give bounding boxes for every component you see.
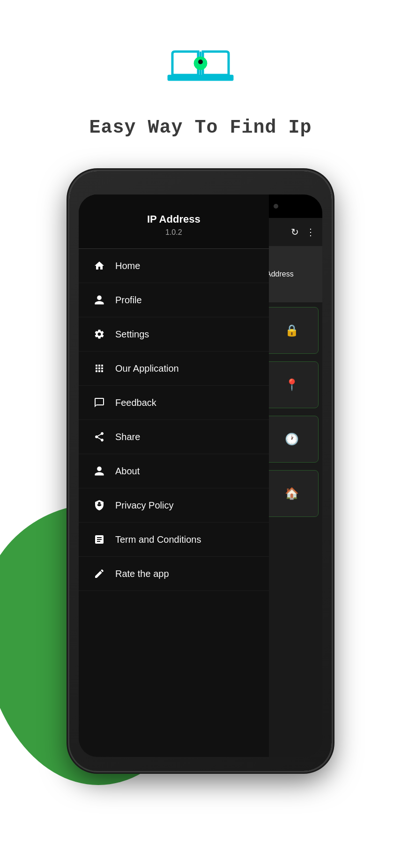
rate-app-label: Rate the app <box>115 569 169 579</box>
app-logo <box>165 40 236 101</box>
our-application-label: Our Application <box>115 363 179 374</box>
drawer-header: IP Address 1.0.2 <box>79 195 269 249</box>
about-label: About <box>115 466 140 477</box>
drawer-item-rate-app[interactable]: Rate the app <box>79 557 269 591</box>
logo-container <box>163 37 238 103</box>
refresh-icon[interactable]: ↻ <box>291 226 299 238</box>
settings-icon <box>93 328 106 341</box>
phone-mockup: ↻ ⋮ Address 🔒 📍 🕐 🏠 <box>69 171 332 771</box>
home-label: Home <box>115 261 140 271</box>
right-card-3: 🕐 <box>265 416 319 463</box>
clock-card-icon: 🕐 <box>285 433 299 446</box>
feedback-icon <box>93 396 106 409</box>
drawer-item-share[interactable]: Share <box>79 420 269 454</box>
drawer-item-feedback[interactable]: Feedback <box>79 386 269 420</box>
ip-address-text: Address <box>266 270 294 278</box>
settings-label: Settings <box>115 329 149 340</box>
right-card-1: 🔒 <box>265 307 319 354</box>
feedback-label: Feedback <box>115 397 156 408</box>
share-label: Share <box>115 432 140 442</box>
building-card-icon: 🏠 <box>285 487 299 500</box>
navigation-drawer: IP Address 1.0.2 Home <box>79 195 269 757</box>
right-card-2: 📍 <box>265 361 319 408</box>
phone-section: ↻ ⋮ Address 🔒 📍 🕐 🏠 <box>0 157 401 785</box>
drawer-app-title: IP Address <box>93 213 255 225</box>
location-card-icon: 📍 <box>285 378 299 391</box>
drawer-version: 1.0.2 <box>93 228 255 237</box>
privacy-policy-icon <box>93 499 106 512</box>
drawer-item-profile[interactable]: Profile <box>79 283 269 317</box>
our-application-icon <box>93 362 106 375</box>
app-tagline: Easy Way To Find Ip <box>89 117 312 138</box>
drawer-item-privacy-policy[interactable]: Privacy Policy <box>79 488 269 523</box>
drawer-item-our-application[interactable]: Our Application <box>79 352 269 386</box>
home-icon <box>93 259 106 272</box>
profile-icon <box>93 293 106 307</box>
drawer-item-terms[interactable]: Term and Conditions <box>79 523 269 557</box>
share-icon <box>93 430 106 443</box>
drawer-item-settings[interactable]: Settings <box>79 317 269 352</box>
lock-card-icon: 🔒 <box>285 324 299 337</box>
phone-screen: ↻ ⋮ Address 🔒 📍 🕐 🏠 <box>79 195 322 757</box>
notch-dot-right <box>274 204 278 209</box>
profile-label: Profile <box>115 295 142 306</box>
top-section: Easy Way To Find Ip <box>0 0 401 157</box>
privacy-policy-label: Privacy Policy <box>115 500 173 511</box>
terms-label: Term and Conditions <box>115 534 201 545</box>
right-content-cards: 🔒 📍 🕐 🏠 <box>261 246 322 757</box>
app-header-right: ↻ ⋮ <box>266 218 322 246</box>
about-icon <box>93 464 106 478</box>
drawer-item-home[interactable]: Home <box>79 249 269 283</box>
right-card-4: 🏠 <box>265 470 319 517</box>
rate-app-icon <box>93 567 106 580</box>
drawer-items-list: Home Profile <box>79 249 269 757</box>
drawer-item-about[interactable]: About <box>79 454 269 488</box>
terms-icon <box>93 533 106 546</box>
svg-point-3 <box>198 60 203 64</box>
ip-address-card: Address <box>261 246 322 302</box>
more-options-icon[interactable]: ⋮ <box>306 226 315 238</box>
